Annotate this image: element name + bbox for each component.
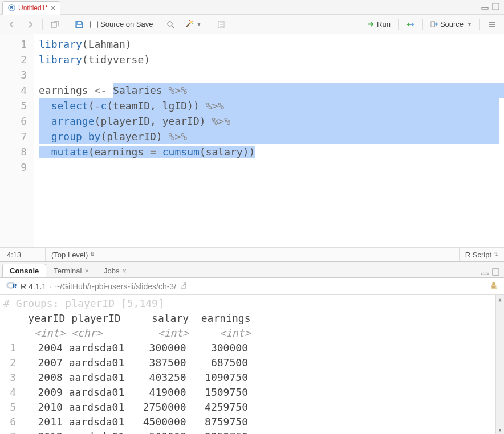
table-row: 3 2008 aardsda01 403250 1090750 bbox=[3, 370, 501, 385]
outline-button[interactable] bbox=[485, 19, 499, 30]
table-type-row: <int> <chr> <int> <int> bbox=[3, 326, 501, 341]
tab-terminal[interactable]: Terminal× bbox=[46, 264, 96, 277]
console-panel-tabs: ConsoleTerminal×Jobs× bbox=[0, 262, 504, 278]
tab-label: Terminal bbox=[54, 267, 82, 275]
rerun-button[interactable] bbox=[403, 19, 418, 30]
code-area[interactable]: library(Lahman)library(tidyverse) earnin… bbox=[34, 34, 504, 247]
language-selector[interactable]: R Script ⇅ bbox=[459, 248, 504, 261]
run-button[interactable]: Run bbox=[364, 19, 393, 30]
find-button[interactable] bbox=[163, 19, 178, 30]
minimize-pane-icon[interactable] bbox=[481, 3, 489, 12]
svg-rect-5 bbox=[77, 25, 82, 27]
r-logo-icon: R bbox=[6, 281, 17, 292]
tab-label: Console bbox=[10, 267, 39, 275]
source-label: Source bbox=[440, 20, 464, 28]
console-output[interactable]: # Groups: playerID [5,149] yearID player… bbox=[0, 295, 504, 434]
maximize-pane-icon[interactable] bbox=[492, 268, 499, 277]
chevron-down-icon: ▼ bbox=[197, 22, 202, 27]
file-tab[interactable]: R Untitled1* × bbox=[2, 1, 60, 15]
code-line[interactable]: mutate(earnings = cumsum(salary)) bbox=[39, 144, 499, 159]
code-line[interactable] bbox=[39, 67, 499, 83]
svg-rect-17 bbox=[431, 22, 435, 27]
code-tools-button[interactable]: ▼ bbox=[181, 19, 205, 30]
tab-jobs[interactable]: Jobs× bbox=[96, 264, 134, 277]
svg-rect-2 bbox=[482, 7, 488, 9]
svg-rect-4 bbox=[51, 22, 56, 27]
table-row: 1 2004 aardsda01 300000 300000 bbox=[3, 341, 501, 355]
svg-text:R: R bbox=[13, 283, 17, 289]
code-line[interactable]: library(Lahman) bbox=[39, 36, 499, 52]
svg-point-10 bbox=[192, 21, 193, 22]
close-icon[interactable]: × bbox=[122, 267, 127, 275]
r-file-icon: R bbox=[7, 4, 15, 12]
clear-console-icon[interactable] bbox=[489, 281, 498, 292]
table-header-row: yearID playerID salary earnings bbox=[3, 311, 501, 326]
svg-point-7 bbox=[168, 22, 172, 26]
nav-forward-button[interactable] bbox=[23, 19, 38, 30]
console-scrollbar[interactable]: ▲ ▼ bbox=[495, 295, 504, 434]
svg-rect-3 bbox=[493, 3, 499, 9]
code-line[interactable]: group_by(playerID) %>% bbox=[39, 129, 499, 144]
close-icon[interactable]: × bbox=[51, 4, 55, 12]
source-on-save-checkbox[interactable]: Source on Save bbox=[90, 20, 153, 28]
table-row: 7 2012 aardsda01 500000 9259750 bbox=[3, 429, 501, 434]
minimize-pane-icon[interactable] bbox=[481, 268, 489, 277]
language-label: R Script bbox=[465, 251, 491, 259]
editor-status-bar: 4:13 (Top Level) ⇅ R Script ⇅ bbox=[0, 247, 504, 262]
cursor-position: 4:13 bbox=[0, 248, 46, 261]
code-line[interactable]: arrange(playerID, yearID) %>% bbox=[39, 113, 499, 129]
svg-point-12 bbox=[192, 23, 193, 24]
save-button[interactable] bbox=[72, 19, 87, 30]
chevron-down-icon: ▼ bbox=[467, 22, 472, 27]
table-row: 4 2009 aardsda01 419000 1509750 bbox=[3, 385, 501, 400]
working-directory[interactable]: ~/GitHub/r-pbi-users-ii/slides/ch-3/ bbox=[55, 282, 176, 291]
updown-icon: ⇅ bbox=[494, 252, 498, 257]
nav-back-button[interactable] bbox=[5, 19, 19, 30]
scope-selector[interactable]: (Top Level) ⇅ bbox=[46, 248, 459, 261]
pane-window-controls bbox=[481, 3, 504, 12]
editor-tab-bar: R Untitled1* × bbox=[0, 0, 504, 15]
source-on-save-input[interactable] bbox=[90, 21, 98, 28]
source-button[interactable]: Source ▼ bbox=[428, 19, 475, 30]
code-editor[interactable]: 123456789 library(Lahman)library(tidyver… bbox=[0, 34, 504, 247]
code-line[interactable] bbox=[39, 159, 499, 175]
editor-toolbar: Source on Save ▼ Run Source ▼ bbox=[0, 15, 504, 34]
code-line[interactable]: select(-c(teamID, lgID)) %>% bbox=[39, 98, 499, 113]
source-on-save-label: Source on Save bbox=[100, 20, 153, 28]
table-row: 5 2010 aardsda01 2750000 4259750 bbox=[3, 400, 501, 415]
close-icon[interactable]: × bbox=[84, 267, 89, 275]
scroll-up-icon[interactable]: ▲ bbox=[496, 295, 504, 304]
console-header: R R 4.1.1 · ~/GitHub/r-pbi-users-ii/slid… bbox=[0, 278, 504, 295]
file-tab-name: Untitled1* bbox=[18, 4, 48, 12]
scope-label: (Top Level) bbox=[51, 251, 88, 259]
svg-text:R: R bbox=[10, 5, 13, 10]
table-row: 6 2011 aardsda01 4500000 8759750 bbox=[3, 415, 501, 429]
tab-label: Jobs bbox=[104, 267, 119, 275]
line-number-gutter: 123456789 bbox=[0, 34, 34, 247]
code-line[interactable]: earnings <- Salaries %>% bbox=[39, 83, 499, 98]
svg-point-11 bbox=[189, 20, 190, 21]
show-in-new-window-button[interactable] bbox=[47, 19, 62, 30]
popout-icon[interactable] bbox=[180, 282, 187, 291]
updown-icon: ⇅ bbox=[90, 252, 95, 257]
svg-line-8 bbox=[172, 26, 174, 28]
compile-report-button[interactable] bbox=[214, 19, 229, 30]
console-faded-line: # Groups: playerID [5,149] bbox=[3, 296, 501, 311]
run-label: Run bbox=[377, 20, 391, 28]
r-version: R 4.1.1 bbox=[21, 282, 46, 291]
code-line[interactable]: library(tidyverse) bbox=[39, 52, 499, 67]
table-row: 2 2007 aardsda01 387500 687500 bbox=[3, 355, 501, 370]
tab-console[interactable]: Console bbox=[2, 264, 46, 277]
svg-rect-21 bbox=[482, 273, 488, 275]
maximize-pane-icon[interactable] bbox=[492, 3, 499, 12]
scroll-down-icon[interactable]: ▼ bbox=[496, 425, 504, 434]
svg-rect-6 bbox=[78, 22, 81, 24]
pane-window-controls bbox=[481, 268, 504, 277]
svg-rect-22 bbox=[493, 269, 499, 275]
